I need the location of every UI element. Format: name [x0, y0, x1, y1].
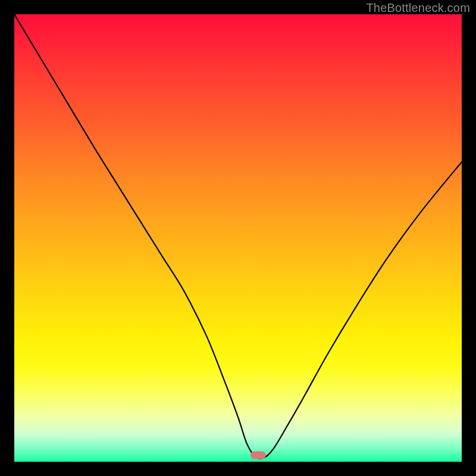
chart-frame: TheBottleneck.com: [0, 0, 476, 476]
curve-layer: [14, 14, 462, 462]
plot-area: [14, 14, 462, 462]
bottleneck-curve: [14, 14, 462, 459]
watermark-text: TheBottleneck.com: [366, 1, 470, 15]
optimal-marker: [250, 451, 266, 459]
